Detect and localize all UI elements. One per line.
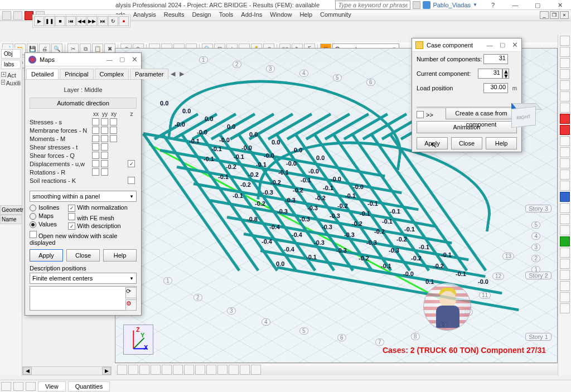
left-tab[interactable]: labs: [1, 60, 21, 69]
axis-triad[interactable]: ZYX: [123, 325, 153, 355]
bottom-tab-quantities[interactable]: Quantities: [68, 381, 110, 391]
cc-help-button[interactable]: Help: [486, 137, 517, 149]
anim-next-icon[interactable]: ▶▶: [87, 16, 97, 26]
maps-check[interactable]: [101, 118, 108, 125]
rt-icon[interactable]: [560, 303, 570, 313]
vt-icon[interactable]: [251, 365, 261, 375]
menu-window[interactable]: Window: [270, 11, 292, 18]
radio-maps[interactable]: Maps: [30, 212, 59, 220]
rt-icon[interactable]: [560, 225, 570, 235]
rt-red-icon[interactable]: [560, 114, 570, 124]
rt-icon[interactable]: [560, 281, 570, 291]
maps-check[interactable]: [101, 152, 108, 159]
maps-tab-complex[interactable]: Complex: [95, 69, 129, 79]
cc-create-button[interactable]: Create a case from component: [446, 107, 517, 119]
maps-check[interactable]: [92, 160, 99, 167]
search-icon[interactable]: [413, 1, 420, 9]
vt-icon[interactable]: [139, 365, 149, 375]
mdi-minimize[interactable]: _: [540, 11, 549, 19]
rt-icon[interactable]: [560, 170, 570, 180]
maps-close-button[interactable]: Close: [66, 249, 100, 262]
cc-advance-check[interactable]: [417, 111, 424, 118]
cc-close-button[interactable]: Close: [451, 137, 482, 149]
menu-analysis[interactable]: Analysis: [133, 11, 156, 18]
vt-icon[interactable]: [151, 365, 161, 375]
menu-help[interactable]: Help: [299, 11, 312, 18]
vt-icon[interactable]: [173, 365, 183, 375]
rt-icon[interactable]: [560, 181, 570, 191]
maps-check[interactable]: [92, 152, 99, 159]
check-normalization[interactable]: With normalization: [68, 204, 128, 212]
vt-icon[interactable]: [184, 365, 194, 375]
rt-icon[interactable]: [560, 36, 570, 46]
qat-icon[interactable]: [2, 11, 11, 20]
tree-expand-icon[interactable]: +: [1, 72, 6, 77]
anim-pause-icon[interactable]: ❚❚: [45, 16, 55, 26]
rt-blue-icon[interactable]: [560, 192, 570, 202]
smoothing-select[interactable]: smoothing within a panel▼: [30, 191, 137, 202]
menu-tools[interactable]: Tools: [219, 11, 234, 18]
bt-icon[interactable]: [13, 382, 23, 391]
rt-red-icon[interactable]: [560, 125, 570, 135]
tabs-right-icon[interactable]: ▶: [177, 69, 186, 79]
vt-icon[interactable]: [240, 365, 250, 375]
maps-tab-detailed[interactable]: Detailed: [26, 69, 59, 79]
vt-icon[interactable]: [162, 365, 172, 375]
vt-icon[interactable]: [195, 365, 205, 375]
maps-check[interactable]: [92, 168, 99, 176]
help-icon[interactable]: ?: [482, 0, 504, 10]
qat-icon[interactable]: [13, 11, 22, 20]
h-scrollbar[interactable]: ◀▶: [22, 366, 112, 375]
close-button[interactable]: ✕: [549, 0, 571, 10]
rt-icon[interactable]: [560, 47, 570, 57]
maps-check[interactable]: [110, 135, 117, 142]
cc-c-spinner[interactable]: ▲▼: [502, 69, 509, 79]
maps-apply-button[interactable]: Apply: [30, 249, 63, 262]
menu-community[interactable]: Community: [320, 11, 351, 18]
desc-textarea[interactable]: [30, 286, 137, 311]
maps-check[interactable]: [110, 118, 117, 125]
rt-icon[interactable]: [560, 203, 570, 213]
user-badge[interactable]: Pablo_Viadas ▼: [423, 1, 477, 9]
refresh-icon[interactable]: ⟳: [125, 287, 137, 298]
cc-p-input[interactable]: 30.00: [483, 83, 508, 93]
rt-icon[interactable]: [560, 58, 570, 68]
rt-icon[interactable]: [560, 69, 570, 79]
viewcube-face[interactable]: RIGHT: [511, 107, 536, 128]
anim-play-icon[interactable]: ▶: [34, 16, 44, 26]
radio-isolines[interactable]: Isolines: [30, 204, 59, 211]
viewcube[interactable]: RIGHT: [507, 102, 540, 133]
bt-icon[interactable]: [1, 382, 11, 391]
maps-check[interactable]: [92, 135, 99, 142]
check-femesh[interactable]: with FE mesh: [68, 213, 128, 221]
tree-expand-icon[interactable]: +: [1, 80, 5, 85]
anim-prev-icon[interactable]: ◀◀: [76, 16, 86, 26]
cc-c-input[interactable]: 31: [478, 69, 502, 79]
minimize-button[interactable]: —: [504, 0, 526, 10]
maps-check[interactable]: [101, 168, 108, 176]
maps-check[interactable]: [92, 118, 99, 125]
menu-results[interactable]: Results: [164, 11, 185, 18]
cc-apply-button[interactable]: Apply: [417, 137, 448, 149]
tabs-left-icon[interactable]: ◀: [168, 69, 177, 79]
cc-maximize-icon[interactable]: ▢: [500, 41, 505, 49]
search-input[interactable]: [335, 1, 410, 9]
vt-icon[interactable]: [117, 365, 127, 375]
vt-icon[interactable]: [229, 365, 239, 375]
maps-check[interactable]: [92, 143, 99, 151]
rt-icon[interactable]: [560, 158, 570, 168]
mdi-restore[interactable]: ❐: [550, 11, 559, 19]
mdi-close[interactable]: ×: [560, 11, 569, 19]
cc-animation-button[interactable]: Animation: [417, 121, 517, 133]
tree-item[interactable]: Auxili: [6, 80, 21, 86]
bottom-tab-view[interactable]: View: [38, 381, 66, 391]
check-description[interactable]: With description: [68, 222, 128, 230]
left-tab[interactable]: Obj: [1, 49, 21, 59]
menu-design[interactable]: Design: [192, 11, 211, 18]
anim-first-icon[interactable]: ⏮: [66, 16, 76, 26]
check-newwindow[interactable]: Open new window with scale displayed: [30, 231, 137, 246]
rt-icon[interactable]: [560, 147, 570, 157]
maps-check[interactable]: [101, 160, 108, 167]
anim-stop-icon[interactable]: ■: [55, 16, 65, 26]
maps-tab-principal[interactable]: Principal: [60, 69, 93, 79]
